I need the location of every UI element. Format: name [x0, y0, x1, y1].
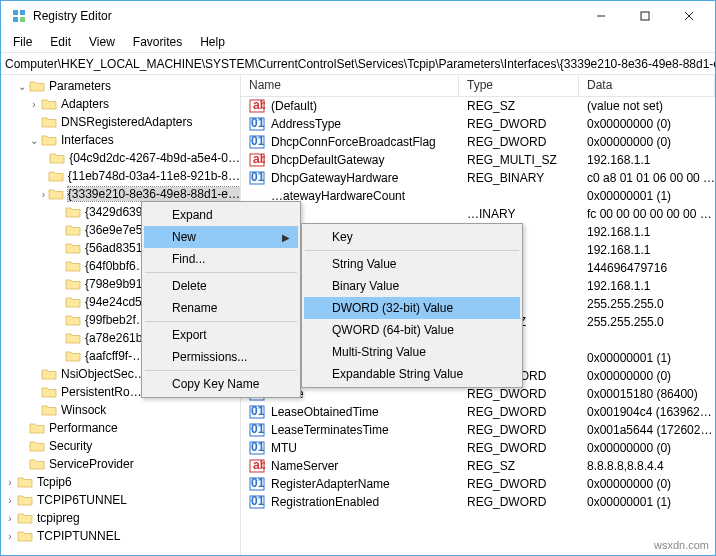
menu-item[interactable]: String Value — [304, 253, 520, 275]
expand-toggle[interactable]: › — [39, 189, 48, 200]
value-data: fc 00 00 00 00 00 00 … — [579, 207, 715, 221]
menu-item[interactable]: Delete — [144, 275, 298, 297]
tree-item[interactable]: ServiceProvider — [1, 455, 240, 473]
address-bar[interactable]: Computer\HKEY_LOCAL_MACHINE\SYSTEM\Curre… — [1, 53, 715, 75]
value-icon: ab — [249, 153, 265, 167]
value-icon: 011 — [249, 405, 265, 419]
folder-icon — [65, 205, 81, 219]
menu-view[interactable]: View — [81, 33, 123, 51]
list-row[interactable]: 011DhcpGatewayHardwareREG_BINARYc0 a8 01… — [241, 169, 715, 187]
list-row[interactable]: …INARYfc 00 00 00 00 00 00 … — [241, 205, 715, 223]
menu-separator — [305, 250, 519, 251]
menu-item[interactable]: Export — [144, 324, 298, 346]
svg-text:011: 011 — [251, 495, 265, 508]
list-row[interactable]: 011RegisterAdapterNameREG_DWORD0x0000000… — [241, 475, 715, 493]
folder-icon — [49, 151, 65, 165]
list-row[interactable]: ab(Default)REG_SZ(value not set) — [241, 97, 715, 115]
folder-icon — [65, 331, 81, 345]
list-row[interactable]: 011RegistrationEnabledREG_DWORD0x0000000… — [241, 493, 715, 511]
tree-label: Parameters — [49, 79, 111, 93]
value-type: REG_DWORD — [459, 477, 579, 491]
menu-item[interactable]: DWORD (32-bit) Value — [304, 297, 520, 319]
expand-toggle[interactable]: ⌄ — [15, 81, 29, 92]
expand-toggle[interactable]: › — [3, 495, 17, 506]
tree-item[interactable]: Winsock — [1, 401, 240, 419]
value-name: LeaseObtainedTime — [271, 405, 379, 419]
list-row[interactable]: 011AddressTypeREG_DWORD0x00000000 (0) — [241, 115, 715, 133]
tree-item[interactable]: Security — [1, 437, 240, 455]
value-data: 0x00000000 (0) — [579, 477, 715, 491]
value-data: 0x00000000 (0) — [579, 117, 715, 131]
watermark: wsxdn.com — [654, 539, 709, 551]
expand-toggle[interactable]: › — [3, 513, 17, 524]
folder-icon — [41, 97, 57, 111]
folder-icon — [65, 349, 81, 363]
tree-item[interactable]: ⌄Interfaces — [1, 131, 240, 149]
tree-label: {99fbeb2f… — [85, 313, 148, 327]
maximize-button[interactable] — [623, 2, 667, 30]
menu-item[interactable]: Expand — [144, 204, 298, 226]
tree-item[interactable]: ›TCPIPTUNNEL — [1, 527, 240, 545]
column-data[interactable]: Data — [579, 75, 715, 96]
svg-rect-3 — [20, 17, 25, 22]
column-name[interactable]: Name — [241, 75, 459, 96]
expand-toggle[interactable]: ⌄ — [27, 135, 41, 146]
value-name: DhcpGatewayHardware — [271, 171, 398, 185]
tree-item[interactable]: Performance — [1, 419, 240, 437]
tree-item[interactable]: {11eb748d-03a4-11e8-921b-8… — [1, 167, 240, 185]
list-row[interactable]: abNameServerREG_SZ8.8.8.8,8.8.4.4 — [241, 457, 715, 475]
minimize-button[interactable] — [579, 2, 623, 30]
menu-favorites[interactable]: Favorites — [125, 33, 190, 51]
tree-item[interactable]: ›TCPIP6TUNNEL — [1, 491, 240, 509]
new-submenu[interactable]: KeyString ValueBinary ValueDWORD (32-bit… — [301, 223, 523, 388]
expand-toggle[interactable]: › — [27, 99, 41, 110]
tree-item[interactable]: ›Tcpip6 — [1, 473, 240, 491]
column-type[interactable]: Type — [459, 75, 579, 96]
tree-label: Adapters — [61, 97, 109, 111]
list-row[interactable]: 011DhcpConnForceBroadcastFlagREG_DWORD0x… — [241, 133, 715, 151]
menu-help[interactable]: Help — [192, 33, 233, 51]
value-icon: ab — [249, 99, 265, 113]
value-name: DhcpConnForceBroadcastFlag — [271, 135, 436, 149]
list-row[interactable]: 011LeaseTerminatesTimeREG_DWORD0x001a564… — [241, 421, 715, 439]
menu-item[interactable]: Permissions... — [144, 346, 298, 368]
menu-item[interactable]: Find... — [144, 248, 298, 270]
value-data: 144696479716 — [579, 261, 715, 275]
tree-label: Tcpip6 — [37, 475, 72, 489]
folder-icon — [29, 79, 45, 93]
svg-text:ab: ab — [253, 153, 265, 166]
menu-file[interactable]: File — [5, 33, 40, 51]
list-row[interactable]: abDhcpDefaultGatewayREG_MULTI_SZ192.168.… — [241, 151, 715, 169]
menu-item[interactable]: Rename — [144, 297, 298, 319]
menu-item[interactable]: New▶ — [144, 226, 298, 248]
list-row[interactable]: 011LeaseObtainedTimeREG_DWORD0x001904c4 … — [241, 403, 715, 421]
value-name: LeaseTerminatesTime — [271, 423, 389, 437]
context-menu[interactable]: ExpandNew▶Find...DeleteRenameExportPermi… — [141, 201, 301, 398]
tree-item[interactable]: ›Adapters — [1, 95, 240, 113]
expand-toggle[interactable]: › — [3, 477, 17, 488]
menu-item[interactable]: Key — [304, 226, 520, 248]
svg-text:011: 011 — [251, 477, 265, 490]
value-data: 0x00000000 (0) — [579, 135, 715, 149]
value-icon: 011 — [249, 135, 265, 149]
tree-item[interactable]: ›tcpipreg — [1, 509, 240, 527]
folder-icon — [65, 313, 81, 327]
list-row[interactable]: 011MTUREG_DWORD0x00000000 (0) — [241, 439, 715, 457]
window-title: Registry Editor — [33, 9, 579, 23]
list-row[interactable]: …atewayHardwareCount0x00000001 (1) — [241, 187, 715, 205]
menu-item[interactable]: Multi-String Value — [304, 341, 520, 363]
menu-item[interactable]: Copy Key Name — [144, 373, 298, 395]
menu-item[interactable]: Binary Value — [304, 275, 520, 297]
tree-item[interactable]: DNSRegisteredAdapters — [1, 113, 240, 131]
folder-icon — [17, 529, 33, 543]
folder-icon — [41, 385, 57, 399]
close-button[interactable] — [667, 2, 711, 30]
expand-toggle[interactable]: › — [3, 531, 17, 542]
menu-item[interactable]: QWORD (64-bit) Value — [304, 319, 520, 341]
value-name: RegistrationEnabled — [271, 495, 379, 509]
tree-item[interactable]: ⌄Parameters — [1, 77, 240, 95]
menu-item[interactable]: Expandable String Value — [304, 363, 520, 385]
menu-edit[interactable]: Edit — [42, 33, 79, 51]
tree-item[interactable]: {04c9d2dc-4267-4b9d-a5e4-0… — [1, 149, 240, 167]
svg-text:011: 011 — [251, 405, 265, 418]
